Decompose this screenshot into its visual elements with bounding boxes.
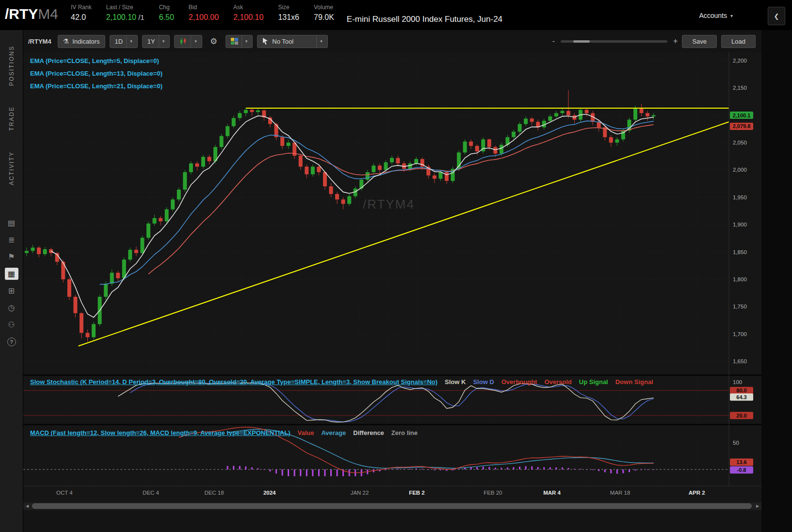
chart-horizontal-scrollbar[interactable]: ◀ ▶ bbox=[23, 502, 761, 510]
chart-type-dropdown[interactable]: ▾ bbox=[174, 35, 202, 48]
quote-field-value: 2,100.10 /1 bbox=[106, 13, 145, 22]
svg-text:2024: 2024 bbox=[263, 490, 276, 496]
sidebar-community-icon[interactable]: ⚇ bbox=[0, 316, 23, 333]
zoom-in-button[interactable]: + bbox=[673, 37, 678, 46]
history-clock-icon: ◷ bbox=[8, 303, 15, 312]
main-area: /RTYM4 ⚗ Indicators 1D ▾ 1Y ▾ ▾ bbox=[23, 30, 761, 532]
quote-field-label: Chg bbox=[159, 4, 174, 11]
svg-text:1,750: 1,750 bbox=[733, 304, 747, 309]
svg-text:OCT 4: OCT 4 bbox=[56, 490, 73, 496]
indicators-button[interactable]: ⚗ Indicators bbox=[58, 35, 105, 48]
sidebar-list-icon[interactable]: ≣ bbox=[0, 231, 23, 248]
scrollbar-thumb[interactable] bbox=[32, 503, 752, 509]
sidebar-flag-icon[interactable]: ⚑ bbox=[0, 248, 23, 265]
chart-symbol-label: /RTYM4 bbox=[28, 38, 51, 45]
chevron-down-icon: ▾ bbox=[126, 35, 132, 48]
timeframe-dropdown[interactable]: 1D ▾ bbox=[110, 35, 138, 48]
quote-fields: IV Rank42.0Last / Size2,100.10 /1Chg6.50… bbox=[71, 4, 334, 22]
quote-field-value: 79.0K bbox=[314, 13, 334, 22]
cursor-icon bbox=[262, 38, 269, 45]
sidebar-monitor-icon[interactable]: ▤ bbox=[0, 214, 23, 231]
study-label-ema-21[interactable]: EMA (Price=CLOSE, Length=21, Displace=0) bbox=[30, 82, 162, 90]
sidebar-tab-activity[interactable]: ACTIVITY bbox=[8, 151, 15, 185]
sidebar-apps-grid-icon[interactable]: ⊞ bbox=[0, 282, 23, 299]
sidebar-history-clock-icon[interactable]: ◷ bbox=[0, 299, 23, 316]
svg-text:DEC 4: DEC 4 bbox=[143, 490, 159, 496]
sidebar-chart-grid-icon[interactable]: ▦ bbox=[0, 265, 23, 282]
svg-text:2,000: 2,000 bbox=[733, 167, 747, 173]
svg-text:-0.8: -0.8 bbox=[737, 467, 746, 473]
monitor-icon: ▤ bbox=[8, 218, 15, 227]
grid-layout-icon bbox=[231, 38, 238, 45]
svg-text:2,150: 2,150 bbox=[733, 85, 747, 91]
svg-text:1,650: 1,650 bbox=[733, 358, 747, 364]
range-dropdown[interactable]: 1Y ▾ bbox=[142, 35, 170, 48]
community-icon: ⚇ bbox=[8, 320, 15, 329]
quote-field-label: Ask bbox=[233, 4, 263, 11]
sidebar-tab-positions[interactable]: POSITIONS bbox=[8, 46, 15, 86]
quote-field-value: 131x6 bbox=[278, 13, 299, 22]
quote-field-value: 6.50 bbox=[159, 13, 174, 22]
collapse-panel-button[interactable]: ❮ bbox=[768, 7, 785, 25]
chart-gridlines bbox=[23, 52, 729, 486]
grid-layout-dropdown[interactable]: ▾ bbox=[226, 35, 253, 48]
quote-field-label: Bid bbox=[189, 4, 219, 11]
zoom-out-button[interactable]: - bbox=[552, 37, 555, 46]
svg-text:MAR 18: MAR 18 bbox=[610, 490, 630, 496]
quote-field-chg: Chg6.50 bbox=[159, 4, 174, 22]
svg-text:64.3: 64.3 bbox=[736, 394, 746, 400]
quote-field-value: 42.0 bbox=[71, 13, 92, 22]
study-label-macd[interactable]: MACD (Fast length=12, Slow length=26, MA… bbox=[30, 429, 418, 436]
stochastic-legend-slow-k: Slow K bbox=[445, 378, 466, 386]
chevron-down-icon: ▾ bbox=[316, 35, 323, 48]
timeframe-value: 1D bbox=[115, 38, 123, 45]
macd-legend-zero-line: Zero line bbox=[391, 429, 418, 436]
quote-field-suffix: /1 bbox=[136, 13, 145, 21]
save-button[interactable]: Save bbox=[682, 35, 717, 48]
apps-grid-icon: ⊞ bbox=[8, 286, 15, 295]
zoom-slider-thumb[interactable] bbox=[573, 40, 590, 43]
left-sidebar: POSITIONSTRADEACTIVITY ▤≣⚑▦⊞◷⚇? bbox=[0, 30, 23, 532]
stochastic-legend-up-signal: Up Signal bbox=[579, 378, 608, 386]
symbol-display: /RTYM4 bbox=[5, 6, 58, 22]
quote-field-value: 2,100.10 bbox=[233, 13, 263, 22]
svg-text:80.0: 80.0 bbox=[736, 387, 746, 393]
sidebar-tab-trade[interactable]: TRADE bbox=[8, 106, 15, 131]
quote-field-label: Last / Size bbox=[106, 4, 145, 11]
ema-lines bbox=[51, 114, 654, 318]
accounts-dropdown[interactable]: Accounts ▾ bbox=[699, 12, 733, 19]
right-gutter bbox=[761, 30, 792, 532]
load-button[interactable]: Load bbox=[721, 35, 756, 48]
macd-legend-average: Average bbox=[321, 429, 346, 436]
study-label-ema-13[interactable]: EMA (Price=CLOSE, Length=13, Displace=0) bbox=[30, 70, 162, 77]
svg-text:APR 2: APR 2 bbox=[689, 490, 705, 496]
chevron-down-icon: ▾ bbox=[242, 35, 248, 48]
app-root: /RTYM4 IV Rank42.0Last / Size2,100.10 /1… bbox=[0, 0, 792, 532]
macd-legend-value: Value bbox=[297, 429, 314, 436]
flask-icon: ⚗ bbox=[63, 37, 69, 45]
range-value: 1Y bbox=[147, 38, 155, 45]
svg-text:1,800: 1,800 bbox=[733, 276, 747, 282]
macd-legend-difference: Difference bbox=[353, 429, 384, 436]
stochastic-legend-slow-d: Slow D bbox=[473, 378, 494, 386]
study-label-ema-5[interactable]: EMA (Price=CLOSE, Length=5, Displace=0) bbox=[30, 57, 159, 64]
drawing-tool-dropdown[interactable]: No Tool ▾ bbox=[257, 35, 328, 48]
study-label-stochastic[interactable]: Slow Stochastic (K Period=14, D Period=3… bbox=[30, 378, 653, 386]
svg-text:13.6: 13.6 bbox=[736, 459, 746, 465]
quote-field-last-size: Last / Size2,100.10 /1 bbox=[106, 4, 145, 22]
instrument-description: E-mini Russell 2000 Index Futures, Jun-2… bbox=[347, 15, 502, 24]
chart-settings-gear-icon[interactable]: ⚙ bbox=[207, 35, 221, 48]
svg-text:1,700: 1,700 bbox=[733, 331, 747, 337]
svg-text:2,050: 2,050 bbox=[733, 140, 747, 145]
svg-text:FEB 20: FEB 20 bbox=[484, 490, 502, 496]
quote-field-value: 2,100.00 bbox=[189, 13, 219, 22]
sidebar-icons: ▤≣⚑▦⊞◷⚇? bbox=[0, 214, 23, 350]
scrollbar-track[interactable] bbox=[31, 503, 754, 509]
chevron-down-icon: ▾ bbox=[191, 35, 197, 48]
zoom-slider[interactable] bbox=[561, 40, 667, 43]
scroll-right-button[interactable]: ▶ bbox=[754, 504, 761, 508]
quote-field-bid: Bid2,100.00 bbox=[189, 4, 219, 22]
scroll-left-button[interactable]: ◀ bbox=[23, 504, 31, 508]
sidebar-help-icon[interactable]: ? bbox=[0, 333, 23, 350]
axis-value-badges: 2,100.12,079.880.064.320.013.6-0.8 bbox=[730, 112, 753, 473]
